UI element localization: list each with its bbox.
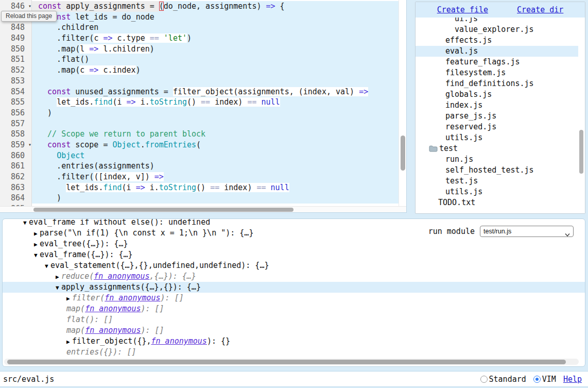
collapse-arrow-icon[interactable]: ▼ <box>34 250 40 261</box>
file-tree-item[interactable]: feature_flags.js <box>416 57 585 68</box>
editor-vertical-scrollbar[interactable] <box>399 0 406 206</box>
collapse-arrow-icon[interactable]: ▼ <box>45 261 50 272</box>
code-line[interactable]: 855 let_ids.find(i => i.toString() == in… <box>0 97 406 108</box>
call-panel-horizontal-scrollbar-thumb[interactable] <box>7 360 566 364</box>
fn-anonymous-link[interactable]: fn anonymous <box>105 293 160 302</box>
code-line-text[interactable] <box>32 119 399 129</box>
run-module-select[interactable]: test/run.js <box>480 226 574 237</box>
editor-horizontal-scrollbar[interactable] <box>0 206 406 212</box>
code-line[interactable]: 860 Object <box>0 150 406 161</box>
code-lines[interactable]: 846▾const apply_assignments = (do_node, … <box>0 1 406 213</box>
file-tree-item[interactable]: TODO.txt <box>416 197 585 208</box>
file-tree-item[interactable]: filesystem.js <box>416 68 585 78</box>
editor-horizontal-scrollbar-thumb[interactable] <box>33 208 293 212</box>
file-tree-item[interactable]: eval.js <box>416 46 585 57</box>
code-line[interactable]: 862 .filter(([index, v]) => <box>0 172 406 182</box>
editor-vertical-scrollbar-thumb[interactable] <box>401 136 405 171</box>
fn-anonymous-link[interactable]: fn anonymous <box>85 304 141 313</box>
file-tree-item[interactable]: effects.js <box>416 35 585 46</box>
code-line-text[interactable] <box>32 76 399 87</box>
expand-arrow-icon[interactable]: ▶ <box>56 272 61 282</box>
code-line[interactable]: 853 <box>0 76 406 87</box>
call-tree-row[interactable]: ▼apply_assignments({…},{}): {…} <box>3 282 585 293</box>
code-line-text[interactable]: const unused_assignments = filter_object… <box>32 87 399 97</box>
code-line[interactable]: 863 let_ids.find(i => i.toString() == in… <box>0 182 406 193</box>
expand-arrow-icon[interactable]: ▶ <box>66 293 72 304</box>
code-line[interactable]: 854 const unused_assignments = filter_ob… <box>0 87 406 97</box>
code-line-text[interactable]: .filter(c => c.type == 'let') <box>32 33 399 44</box>
mode-radio-standard[interactable]: Standard <box>480 375 526 384</box>
file-panel-scrollbar-thumb[interactable] <box>579 130 583 174</box>
code-line-text[interactable]: const scope = Object.fromEntries( <box>32 140 399 150</box>
call-tree[interactable]: ▼eval_frame if without else(): undefined… <box>3 218 585 358</box>
code-line-text[interactable]: const let_ids = do_node <box>32 12 399 23</box>
file-tree-item[interactable]: self_hosted_test.js <box>416 165 585 176</box>
code-line[interactable]: 857 <box>0 119 406 129</box>
code-line[interactable]: 851 .flat() <box>0 54 406 65</box>
file-tree-item[interactable]: find_definitions.js <box>416 78 585 89</box>
fn-anonymous-link[interactable]: fn anonymous <box>94 272 149 281</box>
code-line-text[interactable]: ) <box>32 108 399 119</box>
expand-arrow-icon[interactable]: ▶ <box>34 239 40 250</box>
code-line[interactable]: 852 .map(c => c.index) <box>0 65 406 76</box>
code-editor[interactable]: 846▾const apply_assignments = (do_node, … <box>0 0 407 213</box>
file-tree-item[interactable]: value_explorer.js <box>416 24 585 35</box>
file-tree-item[interactable]: index.js <box>416 100 585 111</box>
help-link[interactable]: Help <box>563 375 582 384</box>
call-tree-row[interactable]: ▶filter_object({},fn anonymous): {} <box>3 336 585 347</box>
code-line[interactable]: 850 .map(l => l.children) <box>0 44 406 55</box>
code-line[interactable]: 861 .entries(assignments) <box>0 161 406 172</box>
create-file-link[interactable]: Create file <box>437 5 488 14</box>
radio-unselected-icon[interactable] <box>480 376 488 383</box>
call-tree-row[interactable]: ▼eval_statement({…},{},undefined,undefin… <box>3 260 585 271</box>
file-tree-folder[interactable]: test <box>416 143 585 154</box>
mode-radio-vim[interactable]: VIM <box>533 375 556 384</box>
code-line[interactable]: 849 .filter(c => c.type == 'let') <box>0 33 406 44</box>
code-line-text[interactable]: Object <box>32 150 399 161</box>
code-line[interactable]: 858 // Scope we return to parent block <box>0 129 406 140</box>
code-line[interactable]: 847 const let_ids = do_node <box>0 12 406 23</box>
file-tree-item[interactable]: parse_js.js <box>416 111 585 122</box>
code-line[interactable]: 856 ) <box>0 108 406 119</box>
call-tree-row[interactable]: ▶filter(fn anonymous): [] <box>3 293 585 303</box>
file-tree-item[interactable]: globals.js <box>416 89 585 100</box>
call-tree-row[interactable]: ▼eval_frame({…}): {…} <box>3 249 585 260</box>
code-line[interactable]: 859▾ const scope = Object.fromEntries( <box>0 140 406 150</box>
create-dir-link[interactable]: Create dir <box>517 5 563 14</box>
file-tree[interactable]: ui.jsvalue_explorer.jseffects.jseval.jsf… <box>416 18 585 213</box>
code-line-text[interactable]: let_ids.find(i => i.toString() == index)… <box>32 182 399 193</box>
fn-anonymous-link[interactable]: fn anonymous <box>85 326 141 335</box>
collapse-arrow-icon[interactable]: ▼ <box>23 218 29 228</box>
file-panel-scrollbar[interactable] <box>578 18 585 213</box>
code-line-text[interactable]: .flat() <box>32 54 399 65</box>
file-tree-item[interactable]: utils.js <box>416 132 585 143</box>
code-line[interactable]: 848 .children <box>0 22 406 33</box>
call-panel-horizontal-scrollbar[interactable] <box>4 359 579 365</box>
call-tree-row[interactable]: entries({}): [] <box>3 347 585 358</box>
code-line-text[interactable]: let_ids.find(i => i.toString() == index)… <box>32 97 399 108</box>
fn-anonymous-link[interactable]: fn anonymous <box>151 336 207 346</box>
call-tree-row[interactable]: ▶reduce(fn anonymous,{…}): {…} <box>3 271 585 282</box>
file-tree-item[interactable]: reserved.js <box>416 122 585 132</box>
fold-marker-icon[interactable]: ▾ <box>28 1 31 12</box>
call-tree-row[interactable]: map(fn anonymous): [] <box>3 325 585 336</box>
expand-arrow-icon[interactable]: ▶ <box>66 336 72 347</box>
file-tree-item[interactable]: ui.js <box>416 18 585 24</box>
code-line-text[interactable]: // Scope we return to parent block <box>32 129 399 140</box>
expand-arrow-icon[interactable]: ▶ <box>34 228 40 239</box>
radio-selected-icon[interactable] <box>533 376 541 383</box>
code-line-text[interactable]: ) <box>32 193 399 204</box>
call-tree-row[interactable]: flat(): [] <box>3 314 585 325</box>
code-line-text[interactable]: .map(c => c.index) <box>32 65 399 76</box>
code-line-text[interactable]: .map(l => l.children) <box>32 44 399 55</box>
code-line[interactable]: 846▾const apply_assignments = (do_node, … <box>0 1 406 12</box>
code-line-text[interactable]: .entries(assignments) <box>32 161 399 172</box>
code-line-text[interactable]: const apply_assignments = (do_node, assi… <box>32 1 399 12</box>
collapse-arrow-icon[interactable]: ▼ <box>56 282 61 293</box>
code-line[interactable]: 864 ) <box>0 193 406 204</box>
file-tree-item[interactable]: run.js <box>416 154 585 165</box>
call-tree-row[interactable]: map(fn anonymous): [] <box>3 303 585 314</box>
fold-marker-icon[interactable]: ▾ <box>28 140 31 150</box>
call-tree-row[interactable]: ▶eval_tree({…}): {…} <box>3 239 585 249</box>
code-line-text[interactable]: .filter(([index, v]) => <box>32 172 399 182</box>
